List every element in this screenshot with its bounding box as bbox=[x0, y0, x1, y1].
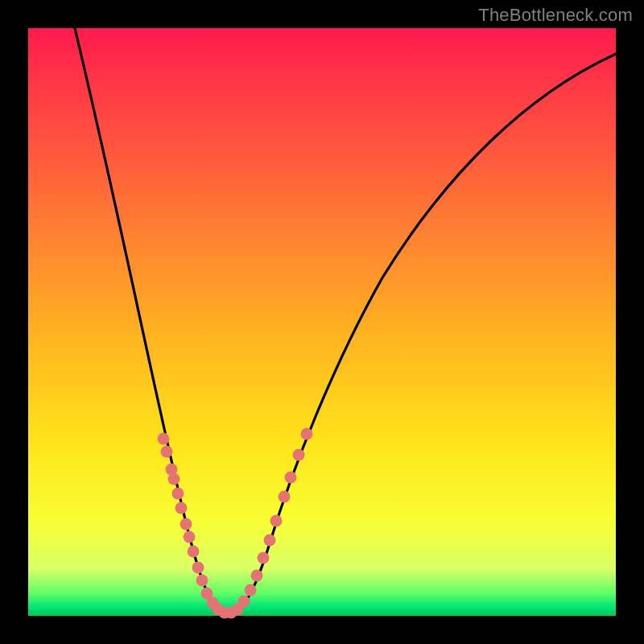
bead-point bbox=[196, 575, 208, 587]
bead-point bbox=[175, 502, 188, 514]
bead-point bbox=[264, 535, 276, 547]
bead-point bbox=[168, 473, 180, 485]
bead-point bbox=[285, 472, 297, 484]
right-arm-beads-group bbox=[225, 428, 313, 619]
bead-point bbox=[192, 562, 204, 574]
bead-point bbox=[270, 515, 283, 527]
bead-point bbox=[301, 428, 313, 440]
bead-point bbox=[180, 518, 192, 530]
bead-point bbox=[161, 446, 173, 458]
curve-layer bbox=[28, 28, 616, 616]
bead-point bbox=[172, 488, 184, 500]
bead-point bbox=[258, 552, 270, 564]
bead-point bbox=[184, 531, 196, 543]
bead-point bbox=[293, 449, 305, 461]
chart-frame: TheBottleneck.com bbox=[0, 0, 644, 644]
left-arm-beads-group bbox=[158, 433, 231, 619]
bead-point bbox=[279, 491, 291, 503]
watermark-text: TheBottleneck.com bbox=[478, 5, 633, 26]
bead-point bbox=[188, 546, 200, 558]
bead-point bbox=[158, 433, 170, 445]
bottleneck-curve bbox=[75, 28, 616, 613]
bead-point bbox=[251, 570, 263, 582]
plot-area bbox=[28, 28, 616, 616]
bead-point bbox=[245, 584, 257, 597]
bead-point bbox=[238, 596, 250, 608]
